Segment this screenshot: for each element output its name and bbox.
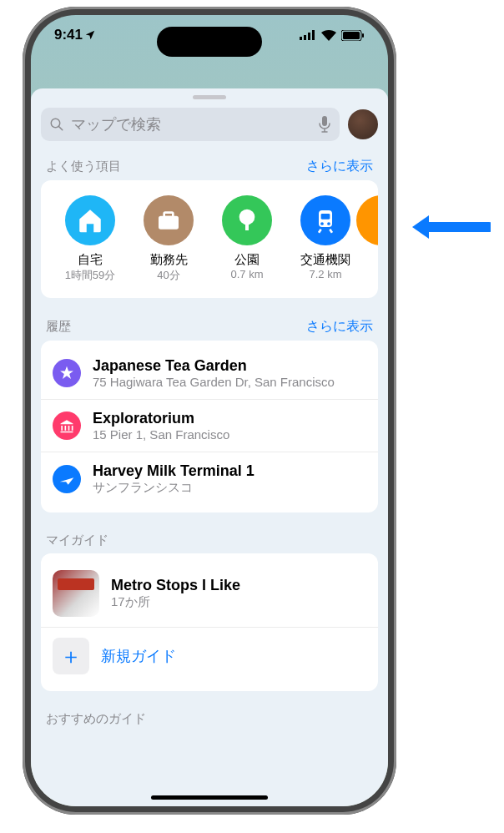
favorite-park[interactable]: 公園 0.7 km (208, 195, 286, 283)
guides-card: Metro Stops I Like 17か所 ＋ 新規ガイド (41, 553, 378, 691)
annotation-arrow-icon (409, 212, 491, 242)
wifi-icon (321, 30, 336, 41)
plus-icon: ＋ (53, 638, 89, 674)
dynamic-island (157, 27, 262, 57)
briefcase-icon (144, 195, 194, 245)
svg-rect-0 (300, 37, 302, 40)
guide-thumbnail (53, 570, 99, 617)
mic-icon[interactable] (318, 116, 331, 133)
svg-rect-13 (245, 223, 249, 230)
profile-avatar[interactable] (348, 109, 378, 139)
star-icon (53, 359, 81, 387)
svg-rect-2 (308, 33, 310, 40)
recent-item-exploratorium[interactable]: Exploratorium 15 Pier 1, San Francisco (41, 399, 378, 452)
new-guide-button[interactable]: ＋ 新規ガイド (41, 627, 378, 684)
status-time: 9:41 (54, 27, 83, 43)
svg-rect-3 (312, 30, 315, 40)
favorite-tea[interactable]: 茶 3. (365, 195, 378, 283)
svg-rect-1 (304, 35, 306, 40)
search-field[interactable]: マップで検索 (41, 108, 340, 141)
train-icon (300, 195, 350, 245)
svg-rect-9 (322, 116, 327, 126)
svg-line-8 (58, 126, 63, 130)
search-sheet: マップで検索 よく使う項目 さらに表示 自宅 (31, 88, 388, 806)
battery-icon (341, 30, 365, 41)
favorite-home[interactable]: 自宅 1時間59分 (51, 195, 129, 283)
favorites-scroll[interactable]: 自宅 1時間59分 勤務先 40分 公園 (41, 187, 378, 291)
svg-point-15 (320, 222, 324, 225)
home-indicator[interactable] (151, 795, 268, 800)
cellular-icon (300, 30, 316, 40)
recommended-header: おすすめのガイド (46, 711, 146, 727)
favorites-header: よく使う項目 (46, 159, 121, 174)
search-placeholder: マップで検索 (71, 114, 311, 134)
recents-card: Japanese Tea Garden 75 Hagiwara Tea Gard… (41, 341, 378, 512)
favorite-work[interactable]: 勤務先 40分 (129, 195, 208, 283)
favorite-transit[interactable]: 交通機関 7.2 km (286, 195, 365, 283)
svg-rect-11 (164, 213, 174, 217)
svg-point-16 (327, 222, 330, 225)
recents-more-link[interactable]: さらに表示 (306, 318, 373, 336)
guide-metro-stops[interactable]: Metro Stops I Like 17か所 (41, 560, 378, 627)
museum-icon (53, 411, 81, 440)
sheet-grabber[interactable] (193, 95, 226, 99)
phone-frame: 9:41 (23, 7, 396, 815)
favorites-card: 自宅 1時間59分 勤務先 40分 公園 (41, 180, 378, 298)
recent-item-japanese-tea-garden[interactable]: Japanese Tea Garden 75 Hagiwara Tea Gard… (41, 347, 378, 399)
svg-point-12 (239, 210, 255, 225)
svg-rect-5 (343, 32, 360, 39)
svg-rect-17 (321, 214, 330, 220)
plane-icon (53, 465, 81, 493)
screen: 9:41 (31, 15, 388, 806)
home-icon (65, 195, 115, 245)
svg-rect-6 (362, 33, 364, 38)
search-icon (49, 117, 64, 132)
tree-icon (222, 195, 272, 245)
recents-header: 履歴 (46, 319, 71, 335)
recent-item-harvey-milk-terminal-1[interactable]: Harvey Milk Terminal 1 サンフランシスコ (41, 452, 378, 506)
guides-header: マイガイド (46, 533, 108, 548)
location-icon (84, 29, 96, 41)
favorites-more-link[interactable]: さらに表示 (306, 158, 373, 175)
